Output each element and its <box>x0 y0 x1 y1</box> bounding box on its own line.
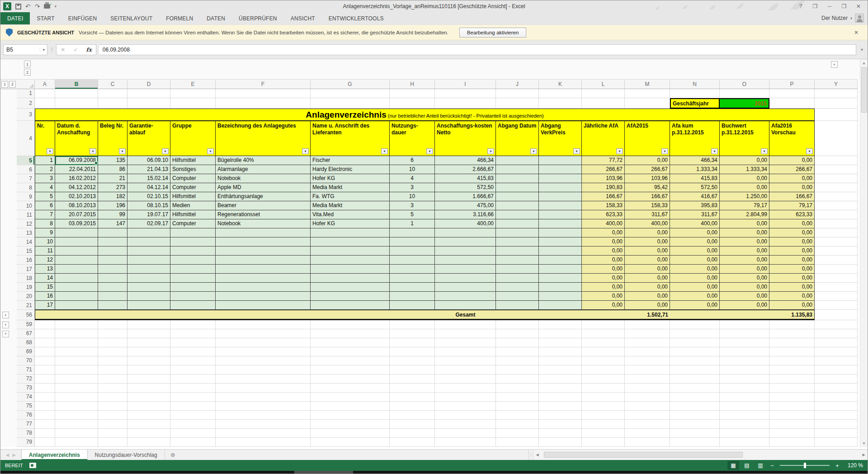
scroll-left-icon[interactable]: ◀ <box>533 451 541 459</box>
cell-G21[interactable] <box>311 301 390 310</box>
cell-N75[interactable] <box>670 402 720 411</box>
table-header-I[interactable]: Anschaffungs-kosten Netto▾ <box>435 121 496 156</box>
filter-dropdown-icon[interactable]: ▾ <box>162 148 169 154</box>
cell-K20[interactable] <box>539 292 582 301</box>
cell-B14[interactable] <box>55 237 98 246</box>
cell-E1[interactable] <box>170 89 216 98</box>
cell-D2[interactable] <box>127 98 170 109</box>
cell-A73[interactable] <box>35 384 55 393</box>
cell-D6[interactable]: 21.04.13 <box>127 165 170 174</box>
cell-H59[interactable] <box>390 320 435 329</box>
cell-H74[interactable] <box>390 393 435 402</box>
cell-G76[interactable] <box>311 411 390 420</box>
cell-H75[interactable] <box>390 402 435 411</box>
undo-icon[interactable]: ↶ <box>25 3 31 9</box>
cell-I20[interactable] <box>435 292 496 301</box>
cell-H77[interactable] <box>390 420 435 429</box>
total-cell-L[interactable] <box>582 310 625 320</box>
cell-D74[interactable] <box>127 393 170 402</box>
cell-I21[interactable] <box>435 301 496 310</box>
filter-dropdown-icon[interactable]: ▾ <box>487 148 494 154</box>
ribbon-display-options-icon[interactable]: ❐ <box>809 2 821 11</box>
cell-M15[interactable]: 0,00 <box>625 246 670 256</box>
filter-dropdown-icon[interactable]: ▾ <box>806 148 813 154</box>
cell-B69[interactable] <box>55 347 98 356</box>
cell-A59[interactable] <box>35 320 55 329</box>
cell-L9[interactable]: 166,67 <box>582 192 625 201</box>
cell-C69[interactable] <box>98 347 127 356</box>
cell-N17[interactable]: 0,00 <box>670 265 720 274</box>
cell-A7[interactable]: 3 <box>35 174 55 183</box>
cell-C16[interactable] <box>98 256 127 265</box>
horizontal-scroll-thumb[interactable] <box>544 452 743 458</box>
cell-P2[interactable] <box>769 98 815 109</box>
cell-Y76[interactable] <box>815 411 858 420</box>
row-header-67[interactable]: 67 <box>17 329 35 338</box>
cell-M14[interactable]: 0,00 <box>625 237 670 246</box>
cell-C78[interactable] <box>98 429 127 438</box>
row-outline-level-button[interactable]: 1 <box>1 81 8 88</box>
cell-D15[interactable] <box>127 246 170 256</box>
cell-Y12[interactable] <box>815 219 858 228</box>
avatar[interactable] <box>855 14 864 23</box>
cell-J17[interactable] <box>496 265 539 274</box>
cell-K16[interactable] <box>539 256 582 265</box>
cell-H12[interactable]: 1 <box>390 219 435 228</box>
total-cell-A[interactable] <box>35 310 55 320</box>
cell-L11[interactable]: 623,33 <box>582 210 625 219</box>
ribbon-tab-einfügen[interactable]: EINFÜGEN <box>61 12 104 24</box>
cell-E2[interactable] <box>170 98 216 109</box>
cell-B59[interactable] <box>55 320 98 329</box>
cell-M2[interactable] <box>625 98 670 109</box>
cell-H7[interactable]: 4 <box>390 174 435 183</box>
cell-B76[interactable] <box>55 411 98 420</box>
cell-M71[interactable] <box>625 365 670 374</box>
cell-L18[interactable]: 0,00 <box>582 274 625 283</box>
cell-I72[interactable] <box>435 374 496 384</box>
cell-L72[interactable] <box>582 374 625 384</box>
cell-I1[interactable] <box>435 89 496 98</box>
cell-D70[interactable] <box>127 356 170 365</box>
cell-E11[interactable]: Hilfsmittel <box>170 210 216 219</box>
cell-J20[interactable] <box>496 292 539 301</box>
cell-O20[interactable]: 0,00 <box>720 292 769 301</box>
table-header-O[interactable]: Buchwert p.31.12.2015▾ <box>720 121 769 156</box>
cell-P6[interactable]: 266,67 <box>769 165 815 174</box>
cell-J13[interactable] <box>496 228 539 237</box>
cell-M79[interactable] <box>625 438 670 447</box>
cell-N6[interactable]: 1.333,34 <box>670 165 720 174</box>
cell-P74[interactable] <box>769 393 815 402</box>
cell-K1[interactable] <box>539 89 582 98</box>
cell-C20[interactable] <box>98 292 127 301</box>
cell-H9[interactable]: 10 <box>390 192 435 201</box>
cell-D12[interactable]: 02.09.17 <box>127 219 170 228</box>
filter-dropdown-icon[interactable]: ▾ <box>302 148 309 154</box>
cell-P71[interactable] <box>769 365 815 374</box>
cell-M72[interactable] <box>625 374 670 384</box>
cell-L70[interactable] <box>582 356 625 365</box>
cell-K15[interactable] <box>539 246 582 256</box>
cell-G1[interactable] <box>311 89 390 98</box>
cell-K19[interactable] <box>539 283 582 292</box>
enter-icon[interactable]: ✓ <box>69 47 82 53</box>
cell-F5[interactable]: Bügelrolle 40% <box>216 156 311 165</box>
cell-K70[interactable] <box>539 356 582 365</box>
cell-H76[interactable] <box>390 411 435 420</box>
cell-J1[interactable] <box>496 89 539 98</box>
row-header-14[interactable]: 14 <box>17 237 35 246</box>
cell-O11[interactable]: 2.804,99 <box>720 210 769 219</box>
filter-dropdown-icon[interactable]: ▾ <box>761 148 768 154</box>
cell-K7[interactable] <box>539 174 582 183</box>
column-header-Y[interactable]: Y <box>815 80 858 89</box>
cell-Y75[interactable] <box>815 402 858 411</box>
cell-Y15[interactable] <box>815 246 858 256</box>
cell-H6[interactable]: 10 <box>390 165 435 174</box>
cell-H5[interactable]: 6 <box>390 156 435 165</box>
cell-D14[interactable] <box>127 237 170 246</box>
cell-O67[interactable] <box>720 329 769 338</box>
cell-F19[interactable] <box>216 283 311 292</box>
filter-dropdown-icon[interactable]: ▾ <box>661 148 668 154</box>
cell-A19[interactable]: 15 <box>35 283 55 292</box>
total-cell-C[interactable] <box>98 310 127 320</box>
cell-E76[interactable] <box>170 411 216 420</box>
